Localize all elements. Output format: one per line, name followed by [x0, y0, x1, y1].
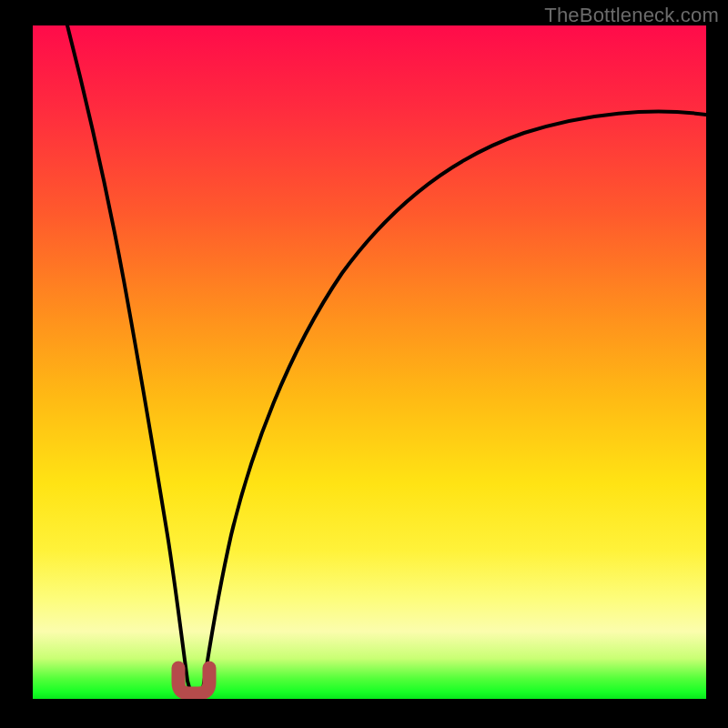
right-branch-curve	[202, 112, 706, 694]
gradient-plot-area	[33, 25, 706, 699]
min-bump-icon	[178, 668, 209, 693]
curve-layer	[33, 25, 706, 699]
left-branch-curve	[67, 25, 191, 694]
watermark-text: TheBottleneck.com	[544, 4, 719, 27]
